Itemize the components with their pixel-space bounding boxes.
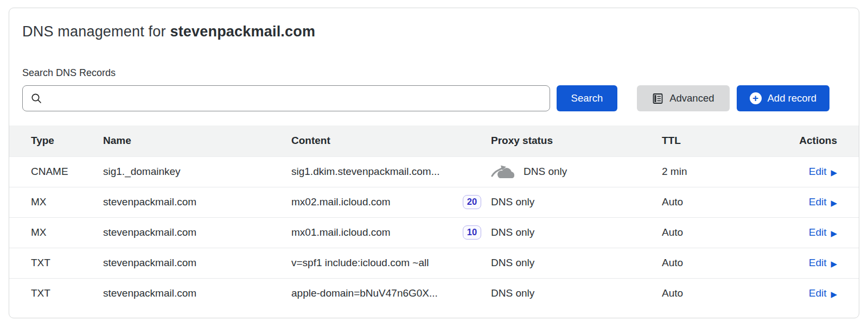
- actions-cell: Edit ▶: [742, 278, 859, 309]
- record-name: stevenpackmail.com: [103, 217, 291, 248]
- header-type: Type: [9, 125, 103, 156]
- record-name: stevenpackmail.com: [103, 187, 291, 217]
- record-content: v=spf1 include:icloud.com ~all: [291, 248, 491, 278]
- proxy-status-cell: DNS only: [491, 217, 662, 248]
- page-title-prefix: DNS management for: [22, 23, 170, 40]
- proxy-status-cell: DNS only: [491, 156, 662, 187]
- advanced-button-label: Advanced: [669, 92, 714, 104]
- record-name: stevenpackmail.com: [103, 248, 291, 278]
- record-ttl: Auto: [662, 187, 742, 217]
- edit-button-label: Edit: [809, 287, 827, 299]
- record-type: MX: [9, 217, 103, 248]
- header-content: Content: [291, 125, 491, 156]
- header-actions: Actions: [742, 125, 859, 156]
- add-record-button[interactable]: + Add record: [737, 85, 830, 111]
- edit-button[interactable]: Edit ▶: [809, 227, 837, 238]
- record-ttl: 2 min: [662, 156, 742, 187]
- page-title: DNS management for stevenpackmail.com: [22, 23, 846, 40]
- record-name: sig1._domainkey: [103, 156, 291, 187]
- triangle-right-icon: ▶: [831, 290, 837, 298]
- record-ttl: Auto: [662, 248, 742, 278]
- proxy-status-cell: DNS only: [491, 187, 662, 217]
- record-content: apple-domain=bNuV47n6G0X...: [291, 278, 491, 309]
- table-row: TXT stevenpackmail.com v=spf1 include:ic…: [9, 248, 859, 278]
- record-type: CNAME: [9, 156, 103, 187]
- triangle-right-icon: ▶: [831, 229, 837, 237]
- record-content-text: mx02.mail.icloud.com: [291, 196, 391, 208]
- table-row: MX stevenpackmail.com mx02.mail.icloud.c…: [9, 187, 859, 217]
- proxy-status-label: DNS only: [524, 166, 567, 178]
- search-input[interactable]: [47, 86, 542, 111]
- triangle-right-icon: ▶: [831, 260, 837, 268]
- edit-button-label: Edit: [809, 257, 827, 269]
- cloud-arrow-icon[interactable]: [491, 163, 515, 180]
- record-content: sig1.dkim.stevenpackmail.com...: [291, 156, 491, 187]
- record-content: mx02.mail.icloud.com 20: [291, 187, 491, 217]
- search-icon: [30, 92, 42, 104]
- proxy-status-cell: DNS only: [491, 278, 662, 309]
- edit-button[interactable]: Edit ▶: [809, 287, 837, 299]
- proxy-status-label: DNS only: [491, 227, 534, 238]
- priority-badge: 20: [463, 195, 481, 209]
- proxy-status-label: DNS only: [491, 196, 534, 208]
- table-row: TXT stevenpackmail.com apple-domain=bNuV…: [9, 278, 859, 309]
- proxy-status-cell: DNS only: [491, 248, 662, 278]
- edit-button[interactable]: Edit ▶: [809, 196, 837, 208]
- edit-button[interactable]: Edit ▶: [809, 257, 837, 269]
- triangle-right-icon: ▶: [831, 168, 837, 177]
- proxy-status-label: DNS only: [491, 287, 534, 299]
- table-header-row: Type Name Content Proxy status TTL Actio…: [9, 125, 859, 156]
- record-content-text: sig1.dkim.stevenpackmail.com...: [291, 166, 440, 178]
- list-document-icon: [652, 93, 663, 104]
- edit-button-label: Edit: [809, 227, 827, 238]
- toolbar: Search Advanced + Add record: [22, 85, 846, 111]
- dns-table-body: CNAME sig1._domainkey sig1.dkim.stevenpa…: [9, 156, 859, 309]
- add-record-button-label: Add record: [768, 92, 817, 104]
- record-content-text: apple-domain=bNuV47n6G0X...: [291, 287, 438, 299]
- header-ttl: TTL: [662, 125, 742, 156]
- table-row: MX stevenpackmail.com mx01.mail.icloud.c…: [9, 217, 859, 248]
- record-content-text: mx01.mail.icloud.com: [291, 227, 391, 238]
- record-content-text: v=spf1 include:icloud.com ~all: [291, 257, 429, 269]
- table-row: CNAME sig1._domainkey sig1.dkim.stevenpa…: [9, 156, 859, 187]
- advanced-button[interactable]: Advanced: [637, 85, 729, 111]
- header-proxy-status: Proxy status: [491, 125, 662, 156]
- search-button[interactable]: Search: [557, 85, 618, 111]
- edit-button-label: Edit: [809, 196, 827, 208]
- edit-button-label: Edit: [809, 166, 827, 178]
- actions-cell: Edit ▶: [742, 217, 859, 248]
- priority-badge: 10: [463, 225, 481, 240]
- page-title-domain: stevenpackmail.com: [170, 23, 315, 40]
- triangle-right-icon: ▶: [831, 199, 837, 207]
- actions-cell: Edit ▶: [742, 248, 859, 278]
- record-type: TXT: [9, 248, 103, 278]
- actions-cell: Edit ▶: [742, 187, 859, 217]
- search-label: Search DNS Records: [22, 67, 846, 79]
- dns-records-table: Type Name Content Proxy status TTL Actio…: [9, 125, 859, 309]
- plus-circle-icon: +: [750, 92, 762, 104]
- record-type: MX: [9, 187, 103, 217]
- actions-cell: Edit ▶: [742, 156, 859, 187]
- edit-button[interactable]: Edit ▶: [809, 166, 837, 178]
- header-name: Name: [103, 125, 291, 156]
- record-ttl: Auto: [662, 217, 742, 248]
- record-content: mx01.mail.icloud.com 10: [291, 217, 491, 248]
- dns-management-card: DNS management for stevenpackmail.com Se…: [9, 8, 859, 318]
- search-box[interactable]: [22, 85, 550, 111]
- record-name: stevenpackmail.com: [103, 278, 291, 309]
- proxy-status-label: DNS only: [491, 257, 534, 269]
- record-ttl: Auto: [662, 278, 742, 309]
- record-type: TXT: [9, 278, 103, 309]
